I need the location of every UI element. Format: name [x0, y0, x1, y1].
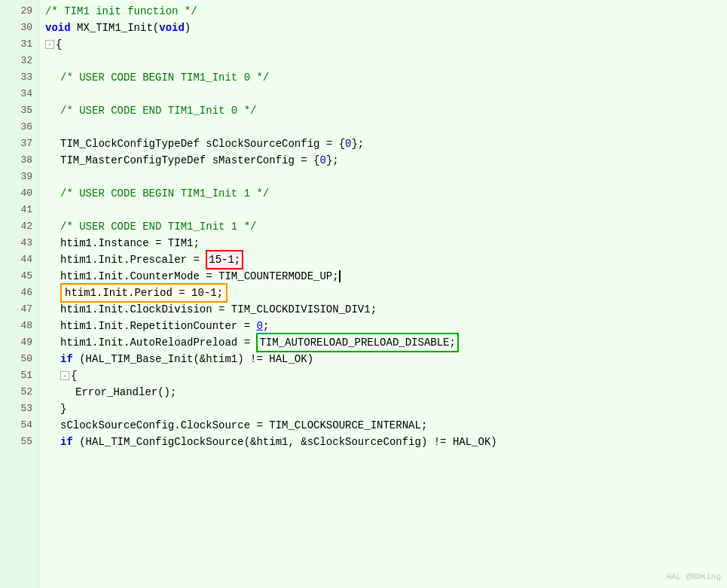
ln-29: 29: [3, 3, 32, 20]
ln-41: 41: [3, 202, 32, 218]
line38-text: TIM_MasterConfigTypeDef sMasterConfig = …: [60, 152, 339, 169]
ln-54: 54: [3, 417, 32, 434]
code-line-43: htim1.Instance = TIM1;: [45, 235, 727, 251]
line32-empty: [45, 53, 51, 69]
ln-43: 43: [3, 235, 32, 251]
ln-36: 36: [3, 119, 32, 136]
line49-pre: htim1.Init.AutoReloadPreload =: [60, 334, 256, 351]
code-line-34: [45, 86, 727, 102]
ln-48: 48: [3, 318, 32, 334]
line45-text: htim1.Init.CounterMode = TIM_COUNTERMODE…: [60, 268, 339, 285]
code-line-41: [45, 202, 727, 218]
line-number-gutter: 29 30 31 32 33 34 35 36 37 38 39 40 41 4…: [0, 0, 39, 588]
code-line-30: void MX_TIM1_Init( void ): [45, 20, 727, 36]
code-line-47: htim1.Init.ClockDivision = TIM_CLOCKDIVI…: [45, 301, 727, 318]
fold-icon-51[interactable]: -: [60, 371, 69, 380]
code-line-42: /* USER CODE END TIM1_Init 1 */: [45, 218, 727, 235]
line49-highlight: TIM_AUTORELOAD_PRELOAD_DISABLE;: [256, 333, 458, 352]
code-line-54: sClockSourceConfig.ClockSource = TIM_CLO…: [45, 417, 727, 434]
code-line-52: Error_Handler();: [45, 384, 727, 401]
line51-brace: {: [71, 367, 77, 384]
line36-empty: [45, 119, 51, 136]
ln-31: 31: [3, 36, 32, 53]
line30-paren: ): [185, 20, 191, 36]
code-line-32: [45, 53, 727, 69]
ln-55: 55: [3, 434, 32, 450]
code-line-38: TIM_MasterConfigTypeDef sMasterConfig = …: [45, 152, 727, 169]
code-line-36: [45, 119, 727, 136]
line53-brace: }: [60, 401, 66, 417]
ln-40: 40: [3, 185, 32, 202]
code-line-45: htim1.Init.CounterMode = TIM_COUNTERMODE…: [45, 268, 727, 285]
line30-void2: void: [159, 20, 185, 36]
ln-34: 34: [3, 86, 32, 102]
code-line-49: htim1.Init.AutoReloadPreload = TIM_AUTOR…: [45, 334, 727, 351]
ln-39: 39: [3, 169, 32, 185]
code-line-35: /* USER CODE END TIM1_Init 0 */: [45, 102, 727, 119]
ln-42: 42: [3, 218, 32, 235]
ln-51: 51: [3, 367, 32, 384]
line48-zero: 0: [256, 318, 262, 334]
ln-30: 30: [3, 20, 32, 36]
line47-text: htim1.Init.ClockDivision = TIM_CLOCKDIVI…: [60, 301, 377, 318]
line29-text: /* TIM1 init function */: [45, 3, 197, 20]
ln-35: 35: [3, 102, 32, 119]
line34-empty: [45, 86, 51, 102]
line54-text: sClockSourceConfig.ClockSource = TIM_CLO…: [60, 417, 427, 434]
ln-50: 50: [3, 351, 32, 367]
line46-highlight: htim1.Init.Period = 10-1;: [60, 283, 228, 303]
ln-33: 33: [3, 69, 32, 86]
ln-32: 32: [3, 53, 32, 69]
watermark: HAL @BDKing: [666, 568, 721, 585]
code-line-46: htim1.Init.Period = 10-1;: [45, 285, 727, 301]
line50-text: if (HAL_TIM_Base_Init(&htim1) != HAL_OK): [60, 351, 313, 367]
code-line-29: /* TIM1 init function */: [45, 3, 727, 20]
ln-49: 49: [3, 334, 32, 351]
code-line-51: - {: [45, 367, 727, 384]
code-line-37: TIM_ClockConfigTypeDef sClockSourceConfi…: [45, 136, 727, 152]
line35-text: /* USER CODE END TIM1_Init 0 */: [60, 102, 256, 119]
ln-44: 44: [3, 251, 32, 268]
code-line-44: htim1.Init.Prescaler = 15-1;: [45, 251, 727, 268]
ln-45: 45: [3, 268, 32, 285]
code-line-40: /* USER CODE BEGIN TIM1_Init 1 */: [45, 185, 727, 202]
line52-text: Error_Handler();: [75, 384, 176, 401]
line33-text: /* USER CODE BEGIN TIM1_Init 0 */: [60, 69, 269, 86]
text-cursor: [339, 270, 341, 282]
code-line-31: - {: [45, 36, 727, 53]
ln-46: 46: [3, 285, 32, 301]
code-line-39: [45, 169, 727, 185]
ln-53: 53: [3, 401, 32, 417]
ln-47: 47: [3, 301, 32, 318]
code-line-55: if (HAL_TIM_ConfigClockSource(&htim1, &s…: [45, 434, 727, 450]
code-line-50: if (HAL_TIM_Base_Init(&htim1) != HAL_OK): [45, 351, 727, 367]
code-content[interactable]: /* TIM1 init function */ void MX_TIM1_In…: [39, 0, 727, 588]
code-line-33: /* USER CODE BEGIN TIM1_Init 0 */: [45, 69, 727, 86]
code-line-48: htim1.Init.RepetitionCounter = 0 ;: [45, 318, 727, 334]
ln-37: 37: [3, 136, 32, 152]
line44-highlight: 15-1;: [206, 250, 243, 270]
line48-post: ;: [263, 318, 269, 334]
line40-text: /* USER CODE BEGIN TIM1_Init 1 */: [60, 185, 269, 202]
line30-text: MX_TIM1_Init(: [71, 20, 160, 36]
line39-empty: [45, 169, 51, 185]
line31-brace: {: [56, 36, 62, 53]
line55-text: if (HAL_TIM_ConfigClockSource(&htim1, &s…: [60, 434, 497, 450]
line37-text: TIM_ClockConfigTypeDef sClockSourceConfi…: [60, 136, 364, 152]
line44-pre: htim1.Init.Prescaler =: [60, 251, 206, 268]
code-editor: 29 30 31 32 33 34 35 36 37 38 39 40 41 4…: [0, 0, 727, 588]
line41-empty: [45, 202, 51, 218]
ln-52: 52: [3, 384, 32, 401]
code-line-53: }: [45, 401, 727, 417]
line30-void: void: [45, 20, 71, 36]
fold-icon-31[interactable]: -: [45, 40, 54, 49]
line48-pre: htim1.Init.RepetitionCounter =: [60, 318, 256, 334]
line43-text: htim1.Instance = TIM1;: [60, 235, 200, 251]
line42-text: /* USER CODE END TIM1_Init 1 */: [60, 218, 256, 235]
ln-38: 38: [3, 152, 32, 169]
